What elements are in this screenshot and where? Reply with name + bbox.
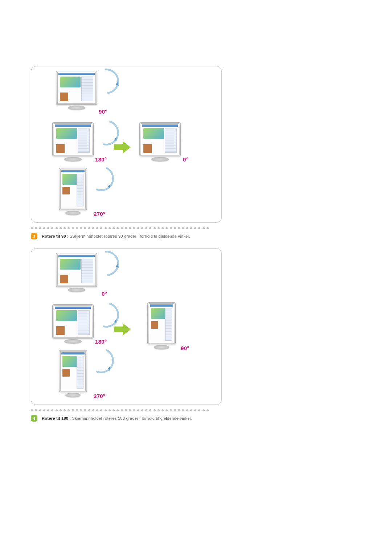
rotate-arc-icon (85, 162, 118, 195)
dot-icon (92, 409, 94, 411)
monitor-screen (149, 303, 174, 343)
dot-icon (56, 227, 58, 229)
monitor-bezel (52, 304, 94, 338)
dot-icon (76, 227, 78, 229)
dot-icon (35, 227, 37, 229)
caption-title-3: Rotere til 90 (42, 234, 66, 238)
thumb-titlebar (61, 352, 85, 354)
dot-icon (31, 409, 33, 411)
dot-icon (178, 227, 180, 229)
numbered-badge-4: 4 (31, 415, 37, 422)
dot-icon (174, 409, 176, 411)
monitor-bezel (52, 122, 94, 156)
dot-icon (154, 409, 156, 411)
dot-icon (125, 227, 127, 229)
dot-icon (72, 227, 74, 229)
dot-icon (174, 227, 176, 229)
monitor-screen (60, 169, 86, 209)
caption-4: 4 Rotere til 180 : Skjerminnholdet roter… (31, 415, 392, 422)
monitor-bezel (59, 168, 87, 210)
monitor-bezel (56, 71, 97, 105)
dot-icon (100, 227, 102, 229)
thumb-panel (81, 259, 93, 283)
monitor-270: 270° (59, 350, 87, 397)
angle-label-0: 0° (183, 156, 188, 163)
dot-icon (149, 409, 151, 411)
angle-label-270: 270° (94, 393, 105, 399)
thumb-panel (165, 308, 172, 341)
dot-icon (133, 227, 135, 229)
monitor-stand (68, 288, 85, 292)
monitor-0: 0° (56, 253, 97, 292)
figure-rotate-90: 90° 180° (31, 66, 222, 223)
thumb-titlebar (58, 73, 95, 75)
dot-icon (105, 227, 107, 229)
dot-icon (105, 409, 107, 411)
dot-icon (60, 409, 62, 411)
dot-icon (141, 409, 143, 411)
dot-icon (158, 227, 160, 229)
monitor-0-result: 0° (139, 122, 181, 161)
separator-dots (31, 408, 209, 413)
dot-icon (39, 409, 41, 411)
dot-icon (162, 409, 164, 411)
dot-icon (56, 409, 58, 411)
angle-label-90: 90° (181, 345, 189, 351)
dot-icon (117, 227, 119, 229)
dot-icon (121, 409, 123, 411)
thumb-panel (165, 128, 177, 153)
thumb-image-2 (143, 144, 152, 153)
thumb-panel (78, 128, 90, 153)
monitor-90-result: 90° (147, 302, 176, 349)
dot-icon (113, 409, 115, 411)
dot-icon (190, 227, 192, 229)
monitor-bezel (147, 302, 176, 344)
dot-icon (166, 409, 168, 411)
dot-icon (129, 409, 131, 411)
monitor-bezel (56, 253, 97, 287)
dot-icon (84, 409, 86, 411)
dot-icon (68, 409, 70, 411)
monitor-stand (65, 393, 81, 397)
thumb-titlebar (55, 124, 91, 127)
thumb-image-2 (62, 369, 70, 377)
dot-icon (96, 227, 98, 229)
monitor-180: 180° (52, 122, 94, 161)
thumb-image (56, 310, 77, 321)
thumb-image-2 (62, 187, 70, 195)
monitor-270: 270° (59, 168, 87, 215)
thumb-panel (81, 77, 93, 101)
monitor-screen (54, 305, 92, 337)
monitor-screen (57, 254, 96, 286)
dot-icon (64, 227, 66, 229)
monitor-screen (141, 123, 179, 155)
thumb-titlebar (55, 307, 91, 309)
thumb-panel (78, 310, 90, 335)
dot-icon (43, 409, 45, 411)
right-arrow-icon (114, 323, 131, 336)
dot-icon (207, 227, 209, 229)
angle-label-180: 180° (95, 156, 107, 163)
thumb-titlebar (58, 255, 95, 257)
dot-icon (31, 227, 33, 229)
caption-title-4: Rotere til 180 (42, 416, 68, 420)
separator-dots (31, 226, 209, 231)
dot-icon (170, 409, 172, 411)
monitor-screen (54, 123, 92, 155)
caption-text-4: Rotere til 180 : Skjerminnholdet roteres… (42, 416, 192, 420)
dot-icon (39, 227, 41, 229)
thumb-titlebar (61, 170, 85, 172)
angle-label-180: 180° (95, 338, 107, 345)
thumb-panel (77, 356, 83, 389)
dot-icon (141, 227, 143, 229)
dot-icon (47, 227, 49, 229)
dot-icon (149, 227, 151, 229)
dot-icon (158, 409, 160, 411)
dot-icon (76, 409, 78, 411)
dot-icon (109, 409, 111, 411)
caption-desc-4: Skjerminnholdet roteres 180 grader i for… (72, 416, 192, 420)
thumb-image-2 (60, 275, 68, 283)
thumb-image (143, 128, 164, 139)
dot-icon (113, 227, 115, 229)
dot-icon (154, 227, 156, 229)
